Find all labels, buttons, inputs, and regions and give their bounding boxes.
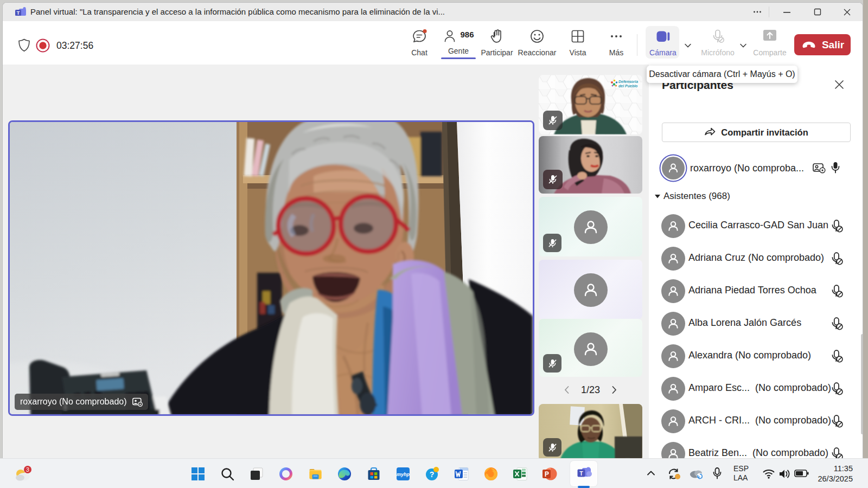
svg-text:T: T	[579, 470, 583, 477]
svg-text:T: T	[17, 10, 20, 16]
svg-text:del Pueblo: del Pueblo	[618, 84, 638, 88]
svg-text:Defensoria: Defensoria	[618, 80, 638, 84]
svg-text:myhp: myhp	[397, 472, 410, 477]
svg-text:?: ?	[430, 470, 435, 479]
svg-text:3: 3	[26, 466, 29, 473]
